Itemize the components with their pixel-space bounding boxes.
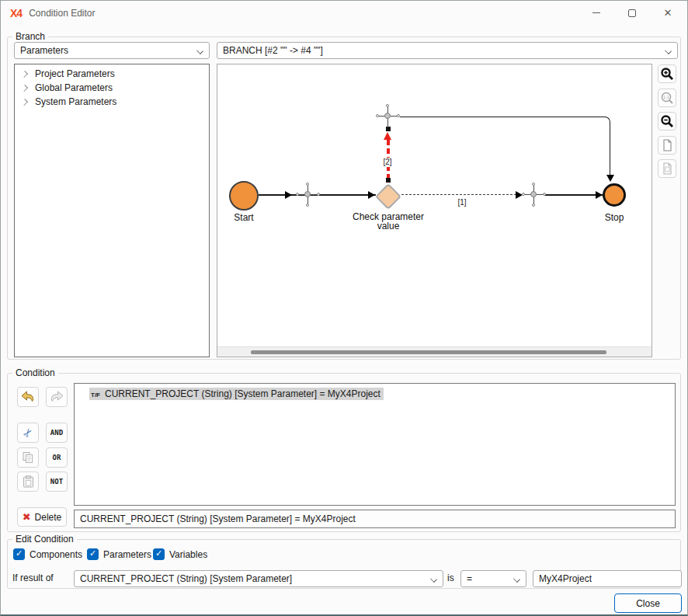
- condition-result-text: CURRENT_PROJECT (String) [System Paramet…: [80, 513, 356, 524]
- cut-scissors-icon: ✂: [20, 426, 36, 440]
- connector-port[interactable]: [376, 114, 379, 117]
- condition-result-field[interactable]: CURRENT_PROJECT (String) [System Paramet…: [74, 510, 676, 528]
- undo-button[interactable]: [17, 387, 39, 407]
- zoom-actual-icon: 1:1: [660, 91, 674, 105]
- fit-page-button[interactable]: [658, 136, 676, 155]
- not-operator-button[interactable]: NOT: [46, 472, 68, 492]
- edit-condition-group: Edit Condition Components Parameters Var…: [7, 539, 681, 589]
- connector-port[interactable]: [306, 183, 309, 186]
- stop-node[interactable]: [603, 183, 626, 207]
- redo-icon: [49, 391, 64, 403]
- condition-list[interactable]: T/F CURRENT_PROJECT (String) [System Par…: [74, 383, 676, 506]
- canvas-horizontal-scrollbar[interactable]: [217, 346, 652, 357]
- checkbox-variables[interactable]: Variables: [153, 548, 207, 560]
- branch-diagram-canvas[interactable]: [1] [2]: [217, 64, 652, 357]
- parameters-checkbox[interactable]: [87, 548, 99, 560]
- and-operator-button[interactable]: AND: [46, 423, 68, 443]
- connector-port[interactable]: [522, 193, 525, 196]
- connector-center[interactable]: [304, 191, 311, 197]
- tree-item-global-parameters[interactable]: Global Parameters: [15, 81, 209, 95]
- maximize-button[interactable]: [614, 2, 650, 24]
- chevron-down-icon: [196, 47, 203, 54]
- delete-x-icon: ✖: [23, 511, 31, 523]
- parameters-checkbox-label: Parameters: [103, 549, 151, 560]
- minimize-icon: [592, 12, 600, 13]
- start-node[interactable]: [229, 181, 259, 211]
- operator-combo[interactable]: =: [460, 570, 526, 587]
- maximize-icon: [628, 9, 636, 17]
- condition-editor-dialog: X4 Condition Editor ✕ Branch Parameters …: [0, 0, 688, 616]
- connector-node-2[interactable]: [523, 184, 545, 206]
- zoom-out-button[interactable]: [658, 112, 676, 131]
- x4-logo-icon: X4: [10, 7, 22, 19]
- paste-button[interactable]: [17, 472, 39, 492]
- connector-node-1[interactable]: [297, 184, 319, 206]
- tree-item-system-parameters[interactable]: System Parameters: [15, 95, 209, 109]
- copy-button[interactable]: [17, 447, 39, 468]
- connector-port[interactable]: [317, 193, 320, 196]
- variables-checkbox-label: Variables: [169, 549, 207, 560]
- connector-port[interactable]: [532, 183, 535, 186]
- branch-group: Branch Parameters BRANCH [#2 "" -> #4 ""…: [7, 37, 681, 360]
- close-window-button[interactable]: ✕: [650, 2, 686, 24]
- expand-chevron-icon[interactable]: [21, 85, 28, 92]
- connector-port[interactable]: [386, 104, 389, 107]
- edit-condition-group-label: Edit Condition: [12, 534, 77, 545]
- comparison-value-input[interactable]: [533, 570, 682, 587]
- arrowhead-icon: [368, 191, 375, 199]
- selected-condition[interactable]: T/F CURRENT_PROJECT (String) [System Par…: [89, 388, 384, 400]
- branch-category-combo[interactable]: Parameters: [14, 42, 210, 59]
- expression-combo[interactable]: CURRENT_PROJECT (String) [System Paramet…: [74, 570, 443, 587]
- checkbox-parameters[interactable]: Parameters: [87, 548, 151, 560]
- checkbox-components[interactable]: Components: [13, 548, 82, 560]
- connector-port[interactable]: [532, 204, 535, 207]
- components-checkbox[interactable]: [13, 548, 25, 560]
- components-checkbox-label: Components: [30, 549, 82, 560]
- redo-button[interactable]: [46, 387, 68, 407]
- close-button[interactable]: Close: [614, 593, 682, 613]
- tree-item-project-parameters[interactable]: Project Parameters: [15, 67, 209, 81]
- decision-label-line2: value: [377, 221, 400, 231]
- arrowhead-down-icon: [606, 175, 614, 182]
- edge-branch-return[interactable]: [400, 117, 610, 176]
- zoom-actual-size-button[interactable]: 1:1: [658, 89, 676, 107]
- connector-center[interactable]: [384, 113, 391, 119]
- connector-port[interactable]: [296, 193, 299, 196]
- paste-clipboard-icon: [23, 475, 34, 488]
- edge-decision-to-stop[interactable]: [401, 194, 516, 195]
- cut-button[interactable]: ✂: [17, 423, 39, 443]
- expression-combo-value: CURRENT_PROJECT (String) [System Paramet…: [80, 573, 292, 584]
- condition-text: CURRENT_PROJECT (String) [System Paramet…: [105, 388, 380, 399]
- fit-selection-button[interactable]: [658, 159, 676, 178]
- condition-list-item[interactable]: T/F CURRENT_PROJECT (String) [System Par…: [89, 387, 675, 401]
- connector-port[interactable]: [397, 114, 400, 117]
- undo-icon: [20, 391, 36, 403]
- edge-join-to-stop[interactable]: [544, 194, 603, 196]
- zoom-in-button[interactable]: [658, 64, 676, 83]
- branch-selector-combo-value: BRANCH [#2 "" -> #4 ""]: [223, 45, 323, 56]
- arrowhead-icon: [596, 191, 603, 199]
- minimize-button[interactable]: [579, 2, 614, 24]
- tree-item-label: System Parameters: [35, 96, 116, 107]
- connector-port[interactable]: [543, 193, 546, 196]
- title-bar: X4 Condition Editor ✕: [1, 1, 687, 26]
- or-operator-button[interactable]: OR: [46, 447, 68, 468]
- connector-node-top[interactable]: [377, 106, 399, 127]
- expand-chevron-icon[interactable]: [21, 71, 28, 78]
- variables-checkbox[interactable]: [153, 548, 165, 560]
- connector-center[interactable]: [530, 191, 537, 197]
- window-title: Condition Editor: [29, 8, 95, 19]
- zoom-out-icon: [660, 114, 674, 128]
- parameter-tree: Project Parameters Global Parameters Sys…: [14, 64, 210, 357]
- delete-button[interactable]: ✖ Delete: [17, 507, 67, 527]
- edge-label-2: [2]: [379, 158, 396, 167]
- decision-node[interactable]: [375, 183, 401, 210]
- edge-handle[interactable]: [386, 178, 391, 183]
- stop-node-label: Stop: [591, 213, 638, 222]
- expand-chevron-icon[interactable]: [21, 99, 28, 106]
- connector-port[interactable]: [306, 204, 309, 207]
- arrowhead-icon: [285, 191, 292, 199]
- scrollbar-thumb[interactable]: [251, 350, 606, 354]
- branch-selector-combo[interactable]: BRANCH [#2 "" -> #4 ""]: [217, 42, 678, 59]
- true-false-icon: T/F: [91, 392, 100, 398]
